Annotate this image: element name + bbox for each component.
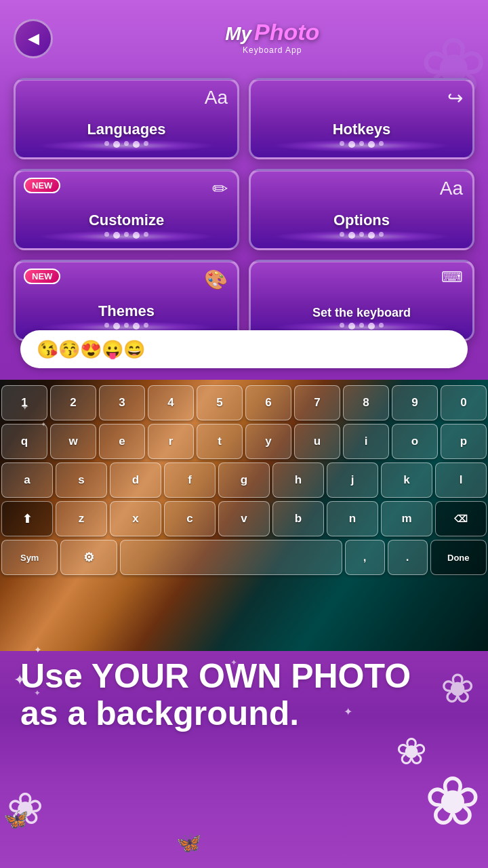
key-4[interactable]: 4 xyxy=(148,385,194,420)
flower-bottom-right-small: ❀ xyxy=(396,730,427,773)
keyboard-row-asdf: a s d f g h j k l xyxy=(1,462,487,498)
key-i[interactable]: i xyxy=(343,424,389,459)
bottom-headline-line1: Use YOUR OWN PHOTO xyxy=(20,658,474,695)
key-z[interactable]: z xyxy=(56,501,107,536)
key-k[interactable]: k xyxy=(381,462,432,498)
key-j[interactable]: j xyxy=(327,462,378,498)
key-y[interactable]: y xyxy=(245,424,291,459)
set-keyboard-icon: ⌨ xyxy=(441,269,463,286)
keyboard-row-bottom: Sym ⚙ , . Done xyxy=(1,540,487,575)
menu-grid: Aa Languages ↪ Hotkeys xyxy=(14,78,474,341)
key-m[interactable]: m xyxy=(381,501,432,536)
keyboard-grid: 1 2 3 4 5 6 7 8 9 0 q w e r t y u i o p … xyxy=(0,380,488,580)
themes-button[interactable]: NEW 🎨 Themes xyxy=(14,260,239,341)
key-g[interactable]: g xyxy=(218,462,270,498)
key-5[interactable]: 5 xyxy=(197,385,243,420)
flower-bottom-right-large: ❀ xyxy=(424,762,481,841)
customize-icon: ✏ xyxy=(212,178,228,200)
keyboard-row-numbers: 1 2 3 4 5 6 7 8 9 0 xyxy=(1,385,487,420)
hotkeys-label: Hotkeys xyxy=(251,121,472,138)
logo-subtitle: Keyboard App xyxy=(225,45,319,55)
hotkeys-icon: ↪ xyxy=(447,87,463,109)
done-key[interactable]: Done xyxy=(430,540,487,575)
key-n[interactable]: n xyxy=(327,501,378,536)
period-key[interactable]: . xyxy=(388,540,428,575)
key-c[interactable]: c xyxy=(164,501,216,536)
emoji-display: 😘😚😍😛😄 xyxy=(37,339,145,360)
themes-label: Themes xyxy=(16,302,237,320)
options-label: Options xyxy=(251,212,472,229)
key-a[interactable]: a xyxy=(1,462,53,498)
hotkeys-button[interactable]: ↪ Hotkeys xyxy=(249,78,474,159)
key-6[interactable]: 6 xyxy=(245,385,291,420)
key-7[interactable]: 7 xyxy=(294,385,340,420)
sparkle-3: ✦ xyxy=(34,644,42,655)
options-icon: Aa xyxy=(440,178,463,199)
set-keyboard-button[interactable]: ⌨ Set the keyboard xyxy=(249,260,474,341)
text-input-field[interactable]: 😘😚😍😛😄 xyxy=(20,330,468,368)
key-d[interactable]: d xyxy=(110,462,161,498)
sym-key[interactable]: Sym xyxy=(1,540,58,575)
key-o[interactable]: o xyxy=(392,424,438,459)
keyboard-area: 1 2 3 4 5 6 7 8 9 0 q w e r t y u i o p … xyxy=(0,380,488,651)
sparkle-2: ✦ xyxy=(41,420,46,428)
bottom-area: ❀ ❀ ❀ ❀ 🦋 🦋 ✦ ✦ ✦ Use YOUR OWN PHOTO as … xyxy=(0,651,488,868)
key-w[interactable]: w xyxy=(50,424,96,459)
backspace-key[interactable]: ⌫ xyxy=(435,501,487,536)
space-key[interactable] xyxy=(120,540,342,575)
butterfly-bottom-center: 🦋 xyxy=(176,831,201,854)
key-q[interactable]: q xyxy=(1,424,47,459)
settings-key[interactable]: ⚙ xyxy=(60,540,117,575)
key-s[interactable]: s xyxy=(56,462,107,498)
butterfly-left: 🦋 xyxy=(3,807,28,831)
set-keyboard-label: Set the keyboard xyxy=(251,306,472,320)
themes-icon: 🎨 xyxy=(204,269,228,291)
comma-key[interactable]: , xyxy=(345,540,385,575)
languages-icon: Aa xyxy=(205,87,228,108)
key-p[interactable]: p xyxy=(441,424,487,459)
options-button[interactable]: Aa Options xyxy=(249,169,474,250)
languages-label: Languages xyxy=(16,121,237,138)
logo-photo: Photo xyxy=(254,19,319,45)
keyboard-row-zxcv: ⬆ z x c v b n m ⌫ xyxy=(1,501,487,536)
shift-key[interactable]: ⬆ xyxy=(1,501,53,536)
app-logo: My Photo Keyboard App xyxy=(225,19,319,55)
sparkle-1: ✦ xyxy=(20,400,29,413)
key-t[interactable]: t xyxy=(197,424,243,459)
key-h[interactable]: h xyxy=(272,462,324,498)
key-l[interactable]: l xyxy=(435,462,487,498)
key-r[interactable]: r xyxy=(148,424,194,459)
bottom-text: Use YOUR OWN PHOTO as a background. xyxy=(20,658,474,732)
logo-my: My xyxy=(225,23,251,45)
languages-button[interactable]: Aa Languages xyxy=(14,78,239,159)
key-x[interactable]: x xyxy=(110,501,161,536)
themes-new-badge: NEW xyxy=(24,269,60,284)
customize-label: Customize xyxy=(16,212,237,229)
keyboard-row-qwerty: q w e r t y u i o p xyxy=(1,424,487,459)
back-button[interactable] xyxy=(14,19,53,58)
key-0[interactable]: 0 xyxy=(441,385,487,420)
key-v[interactable]: v xyxy=(218,501,270,536)
customize-button[interactable]: NEW ✏ Customize xyxy=(14,169,239,250)
customize-new-badge: NEW xyxy=(24,178,60,193)
key-u[interactable]: u xyxy=(294,424,340,459)
key-e[interactable]: e xyxy=(99,424,145,459)
key-8[interactable]: 8 xyxy=(343,385,389,420)
key-b[interactable]: b xyxy=(272,501,324,536)
key-9[interactable]: 9 xyxy=(392,385,438,420)
key-f[interactable]: f xyxy=(164,462,216,498)
key-2[interactable]: 2 xyxy=(50,385,96,420)
bottom-headline-line2: as a background. xyxy=(20,695,474,732)
key-3[interactable]: 3 xyxy=(99,385,145,420)
